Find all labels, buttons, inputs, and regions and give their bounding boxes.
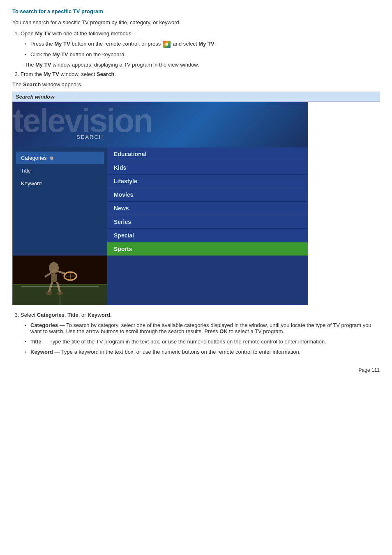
- mytv-icon: ▣: [163, 41, 171, 48]
- category-sports[interactable]: Sports: [107, 242, 308, 256]
- search-label: SEARCH: [76, 134, 104, 140]
- svg-point-11: [46, 292, 52, 295]
- category-news[interactable]: News: [107, 202, 308, 215]
- search-window: television SEARCH Categories Title Keywo…: [12, 102, 308, 305]
- bullet-click-mytv: Click the My TV button on the keyboard.: [25, 51, 380, 58]
- step-1: Open My TV with one of the following met…: [21, 30, 380, 37]
- nav-title[interactable]: Title: [16, 164, 104, 177]
- category-lifestyle[interactable]: Lifestyle: [107, 175, 308, 188]
- categories-panel: Educational Kids Lifestyle Movies News S…: [107, 147, 308, 256]
- category-movies[interactable]: Movies: [107, 188, 308, 202]
- desc-title: Title — Type the title of the TV program…: [25, 339, 380, 345]
- category-series[interactable]: Series: [107, 215, 308, 229]
- svg-rect-8: [51, 274, 57, 282]
- note-search-window: The Search window appears.: [12, 81, 380, 88]
- page-number: Page 111: [12, 367, 380, 373]
- nav-keyword[interactable]: Keyword: [16, 177, 104, 190]
- step-2: From the My TV window, select Search.: [21, 71, 380, 77]
- note-mytv-window: The My TV window appears, displaying a T…: [25, 62, 380, 68]
- search-nav-panel: Categories Title Keyword: [13, 147, 107, 256]
- preview-image: [13, 256, 107, 305]
- category-special[interactable]: Special: [107, 229, 308, 242]
- step-3: Select Categories, Title, or Keyword.: [21, 312, 380, 318]
- keyword-label: Keyword: [21, 180, 42, 187]
- tennis-preview-svg: [13, 256, 107, 305]
- search-window-body: Categories Title Keyword Educational Kid…: [13, 147, 308, 256]
- search-window-bottom: [13, 256, 308, 305]
- nav-categories[interactable]: Categories: [16, 152, 104, 164]
- bullet-press-mytv: Press the My TV button on the remote con…: [25, 41, 380, 48]
- intro-text: You can search for a specific TV program…: [12, 19, 380, 25]
- section-label: Search window: [12, 92, 380, 102]
- tv-background-text: television: [13, 104, 152, 137]
- categories-dot: [50, 157, 53, 160]
- preview-empty-area: [107, 256, 308, 305]
- category-kids[interactable]: Kids: [107, 161, 308, 175]
- desc-categories: Categories — To search by category, sele…: [25, 322, 380, 334]
- search-window-header: television SEARCH: [13, 102, 308, 147]
- title-label: Title: [21, 168, 31, 174]
- categories-label: Categories: [21, 155, 47, 161]
- desc-keyword: Keyword — Type a keyword in the text box…: [25, 349, 380, 355]
- page-title: To search for a specific TV program: [12, 8, 380, 14]
- description-list: Categories — To search by category, sele…: [25, 322, 380, 355]
- category-educational[interactable]: Educational: [107, 147, 308, 161]
